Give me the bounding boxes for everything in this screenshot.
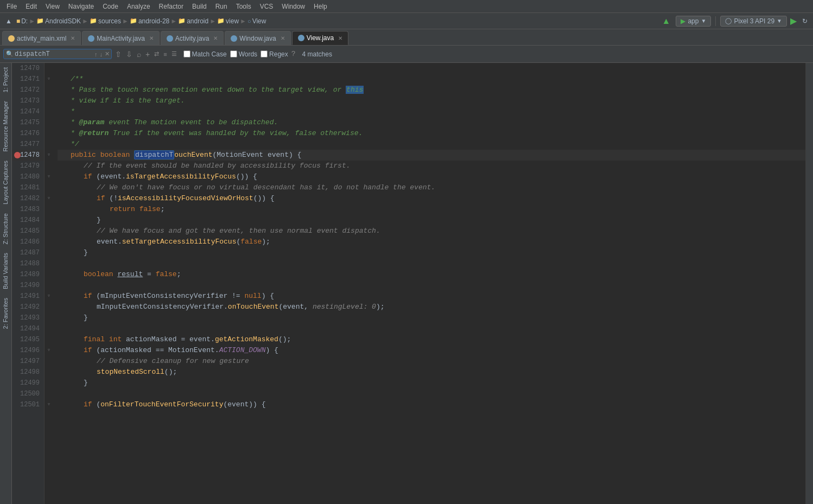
tab-close-activity[interactable]: ✕ bbox=[213, 35, 218, 41]
device-config[interactable]: ◯ Pixel 3 API 29 ▼ bbox=[720, 16, 787, 27]
help-icon[interactable]: ? bbox=[291, 50, 296, 58]
breadcrumb-file[interactable]: View bbox=[252, 17, 266, 25]
tab-window[interactable]: Window.java ✕ bbox=[225, 31, 290, 45]
refresh-btn[interactable]: ↻ bbox=[800, 16, 810, 26]
tab-close-view[interactable]: ✕ bbox=[338, 35, 342, 41]
fold-12486 bbox=[45, 237, 53, 247]
search-move-down-btn[interactable]: ⇩ bbox=[125, 49, 134, 59]
search-input-wrapper[interactable]: 🔍 ↑ ↓ ✕ bbox=[3, 49, 112, 59]
line-num-12474: 12474 bbox=[12, 106, 44, 117]
code-content[interactable]: /** * Pass the touch screen motion event… bbox=[53, 63, 805, 504]
menu-view[interactable]: View bbox=[41, 2, 64, 11]
tab-mainactivity[interactable]: MainActivity.java ✕ bbox=[82, 31, 159, 45]
fold-12498 bbox=[45, 367, 53, 378]
menu-navigate[interactable]: Navigate bbox=[64, 2, 98, 11]
search-replace-btn[interactable]: ⇄ bbox=[153, 50, 160, 58]
breadcrumb-android[interactable]: android bbox=[187, 17, 208, 25]
tool-structure[interactable]: Z: Structure bbox=[0, 209, 11, 248]
fold-12501[interactable]: ▿ bbox=[45, 399, 53, 410]
search-multiline-btn[interactable]: ≡ bbox=[162, 50, 168, 58]
search-options-btn[interactable]: ☰ bbox=[170, 50, 178, 58]
fold-12490 bbox=[45, 280, 53, 291]
toolbar-back-btn[interactable]: ▲ bbox=[3, 16, 14, 26]
menu-edit[interactable]: Edit bbox=[21, 2, 41, 11]
fold-12491[interactable]: ▿ bbox=[45, 291, 53, 302]
fold-12473 bbox=[45, 95, 53, 106]
line-num-12486: 12486 bbox=[12, 237, 44, 247]
breadcrumb-sdk[interactable]: AndroidSDK bbox=[45, 17, 81, 25]
tab-view[interactable]: View.java ✕ bbox=[292, 31, 348, 45]
tool-favorites[interactable]: 2: Favorites bbox=[0, 294, 11, 333]
words-option[interactable]: Words bbox=[230, 50, 257, 58]
fold-12470 bbox=[45, 63, 53, 74]
tab-activity-main[interactable]: activity_main.xml ✕ bbox=[2, 31, 81, 45]
fold-12472 bbox=[45, 85, 53, 95]
fold-12477 bbox=[45, 139, 53, 150]
search-prev-btn[interactable]: ↑ bbox=[93, 50, 99, 58]
code-line-12500 bbox=[58, 388, 805, 399]
tab-activity[interactable]: Activity.java ✕ bbox=[161, 31, 224, 45]
search-everywhere-btn[interactable]: ▲ bbox=[660, 15, 673, 27]
breadcrumb-drive[interactable]: D: bbox=[21, 17, 28, 25]
fold-12495 bbox=[45, 334, 53, 345]
fold-12478[interactable]: ▿ bbox=[45, 150, 53, 161]
code-line-12488 bbox=[58, 258, 805, 269]
code-line-12490 bbox=[58, 280, 805, 291]
menu-run[interactable]: Run bbox=[211, 2, 232, 11]
search-find-btn[interactable]: ⌕ bbox=[136, 49, 142, 59]
line-num-12497: 12497 bbox=[12, 356, 44, 367]
line-num-12491: 12491 bbox=[12, 291, 44, 302]
regex-option[interactable]: Regex bbox=[261, 50, 288, 58]
menu-analyze[interactable]: Analyze bbox=[123, 2, 155, 11]
line-num-12485: 12485 bbox=[12, 226, 44, 237]
fold-12484 bbox=[45, 215, 53, 226]
code-line-12491: if (mInputEventConsistencyVerifier != nu… bbox=[58, 291, 805, 302]
breadcrumb-sources[interactable]: sources bbox=[98, 17, 121, 25]
menu-code[interactable]: Code bbox=[98, 2, 123, 11]
code-line-12496: if (actionMasked == MotionEvent.ACTION_D… bbox=[58, 345, 805, 356]
fold-12489 bbox=[45, 269, 53, 280]
code-line-12475: * @param event The motion event to be di… bbox=[58, 117, 805, 128]
run-button[interactable]: ▶ bbox=[790, 16, 797, 26]
menu-tools[interactable]: Tools bbox=[232, 2, 256, 11]
match-case-checkbox[interactable] bbox=[183, 50, 190, 58]
regex-label: Regex bbox=[269, 50, 288, 58]
breadcrumb-android28[interactable]: android-28 bbox=[138, 17, 169, 25]
run-config[interactable]: ▶ app ▼ bbox=[676, 16, 711, 27]
tool-resource-manager[interactable]: Resource Manager bbox=[0, 97, 11, 156]
line-num-12479: 12479 bbox=[12, 161, 44, 171]
line-num-12495: 12495 bbox=[12, 334, 44, 345]
tab-close-window[interactable]: ✕ bbox=[281, 35, 285, 41]
menu-file[interactable]: File bbox=[2, 2, 21, 11]
search-icon: 🔍 bbox=[6, 50, 14, 58]
menu-window[interactable]: Window bbox=[277, 2, 309, 11]
search-close-btn[interactable]: ✕ bbox=[104, 50, 111, 58]
fold-12485 bbox=[45, 226, 53, 237]
match-case-option[interactable]: Match Case bbox=[183, 50, 227, 58]
menu-build[interactable]: Build bbox=[188, 2, 211, 11]
tool-layout-captures[interactable]: Layout Captures bbox=[0, 156, 11, 209]
fold-12496[interactable]: ▿ bbox=[45, 345, 53, 356]
fold-12480[interactable]: ▿ bbox=[45, 171, 53, 182]
tool-build-variants[interactable]: Build Variants bbox=[0, 248, 11, 294]
search-input[interactable] bbox=[15, 50, 93, 58]
search-move-up-btn[interactable]: ⇧ bbox=[114, 49, 123, 59]
search-filter-btn[interactable]: + bbox=[144, 49, 151, 59]
fold-12479 bbox=[45, 161, 53, 171]
tab-label-view: View.java bbox=[307, 34, 334, 42]
regex-checkbox[interactable] bbox=[261, 50, 268, 58]
menu-help[interactable]: Help bbox=[309, 2, 332, 11]
fold-12482[interactable]: ▿ bbox=[45, 193, 53, 204]
fold-12471[interactable]: ▿ bbox=[45, 74, 53, 85]
line-num-12482: 12482 bbox=[12, 193, 44, 204]
tab-close-mainactivity[interactable]: ✕ bbox=[149, 35, 154, 41]
search-next-btn[interactable]: ↓ bbox=[99, 50, 104, 58]
menu-vcs[interactable]: VCS bbox=[256, 2, 278, 11]
code-line-12486: event.setTargetAccessibilityFocus(false)… bbox=[58, 237, 805, 247]
menu-refactor[interactable]: Refactor bbox=[155, 2, 188, 11]
tool-project[interactable]: 1: Project bbox=[0, 63, 11, 97]
code-line-12482: if (!isAccessibilityFocusedViewOrHost())… bbox=[58, 193, 805, 204]
words-checkbox[interactable] bbox=[230, 50, 237, 58]
breadcrumb-view[interactable]: view bbox=[226, 17, 239, 25]
tab-close-activity-main[interactable]: ✕ bbox=[71, 35, 75, 41]
